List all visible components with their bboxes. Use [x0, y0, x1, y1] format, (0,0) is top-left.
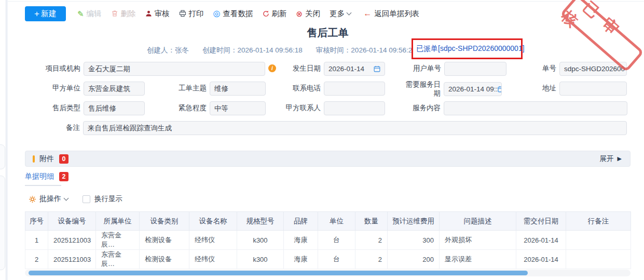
info-icon[interactable]: i — [268, 64, 276, 72]
col-line-remark: 行备注 — [566, 212, 631, 231]
remark-field: 备注 来自售后巡检跟踪查询生成 — [61, 121, 627, 135]
wrap-display-checkbox[interactable] — [83, 195, 90, 203]
occur-date-input[interactable]: 2026-01-14 — [324, 62, 385, 76]
cell-unit: 台 — [318, 250, 355, 269]
urgency-input[interactable]: 中等 — [210, 101, 266, 115]
section-marker-icon — [33, 155, 35, 163]
detail-count-badge: 2 — [59, 172, 68, 181]
left-edge-divider — [6, 0, 8, 280]
cell-owner-unit: 东营金辰… — [96, 250, 140, 269]
occur-date-label: 发生日期 — [286, 64, 321, 73]
after-sale-type-field: 售后类型 售后维修 — [47, 101, 145, 115]
phone-input[interactable] — [324, 82, 385, 96]
col-owner-unit: 所属单位 — [96, 212, 140, 231]
new-button[interactable]: +新建 — [25, 6, 66, 21]
occur-date-field: 发生日期 2026-01-14 — [286, 62, 385, 76]
print-button[interactable]: 打印 — [179, 9, 204, 19]
service-date-input[interactable]: 2026-01-14 09:: — [444, 82, 502, 96]
party-a-unit-field: 甲方单位 东营金辰建筑 — [47, 82, 145, 96]
refresh-button[interactable]: 刷新 — [263, 9, 287, 19]
cell-brand: 海康 — [284, 231, 318, 250]
table-row[interactable]: 2 2025121003 东营金辰… 检测设备 经纬仪 k300 海康 台 2 … — [25, 250, 631, 269]
tab-detail-lines[interactable]: 单据明细 2 — [25, 172, 68, 181]
expand-button[interactable]: 展开 ▶ — [600, 154, 622, 164]
subject-field: 工单主题 维修 — [173, 82, 266, 96]
edit-button[interactable]: ✎编辑 — [77, 9, 102, 19]
dispatch-status-link[interactable]: 已派单[sdpc-SHPD20260000001] — [416, 44, 525, 54]
party-a-unit-input[interactable]: 东营金辰建筑 — [84, 82, 145, 96]
calendar-icon[interactable] — [374, 65, 380, 72]
cell-line-remark — [566, 231, 631, 250]
subject-input[interactable]: 维修 — [210, 82, 266, 96]
order-no-label: 单号 — [536, 64, 556, 73]
horizontal-scrollbar-thumb[interactable] — [29, 271, 528, 275]
cell-device-name: 经纬仪 — [189, 231, 237, 250]
table-row[interactable]: 1 2025121003 东营金辰… 检测设备 经纬仪 k300 海康 台 2 … — [25, 231, 631, 250]
col-device-no: 设备编号 — [48, 212, 96, 231]
col-device-name: 设备名称 — [189, 212, 237, 231]
attachments-section-bar[interactable]: 附件 0 展开 ▶ — [25, 151, 631, 167]
after-sale-type-label: 售后类型 — [47, 104, 80, 113]
party-a-contact-input[interactable] — [324, 101, 385, 115]
wrap-display-label: 换行显示 — [94, 194, 122, 204]
attachments-label: 附件 — [39, 154, 54, 164]
remark-label: 备注 — [61, 124, 80, 132]
calendar-icon[interactable] — [498, 86, 502, 92]
table-controls: 批操作 换行显示 — [29, 194, 122, 204]
chevron-down-icon — [347, 10, 352, 16]
horizontal-scrollbar-track[interactable] — [25, 270, 631, 276]
user-order-no-input[interactable] — [444, 62, 506, 76]
printer-icon — [179, 10, 186, 17]
service-content-field: 服务内容 — [404, 101, 627, 115]
col-device-category: 设备类别 — [140, 212, 189, 231]
project-input[interactable]: 金石大厦二期 — [84, 62, 265, 76]
project-label: 项目或机构 — [31, 64, 80, 73]
cell-delivery-date: 2026-01-14 — [516, 250, 566, 269]
after-sale-work-order-page: +新建 ✎编辑 删除 审核 打印 ◎查看数据 刷新 ⊗关闭 更多 ←返回单据列表… — [0, 0, 644, 280]
project-field: 项目或机构 金石大厦二期 — [31, 62, 265, 76]
cell-spec-model: k300 — [237, 231, 284, 250]
audit-button[interactable]: 审核 — [145, 9, 170, 19]
detail-tab-label: 单据明细 — [25, 172, 54, 181]
more-button[interactable]: 更多 — [330, 9, 351, 19]
col-brand: 品牌 — [284, 212, 318, 231]
cell-brand: 海康 — [284, 250, 318, 269]
audit-time-text: 审核时间：2026-01-14 09:56:23 — [316, 46, 416, 55]
dispatch-status-highlight-box: 已派单[sdpc-SHPD20260000001] — [412, 38, 523, 59]
cell-owner-unit: 东营金辰… — [96, 231, 140, 250]
cell-device-category: 检测设备 — [140, 250, 189, 269]
address-input[interactable] — [559, 82, 627, 96]
background-card-edge — [0, 176, 5, 270]
back-to-list-button[interactable]: ←返回单据列表 — [363, 9, 419, 19]
cell-device-category: 检测设备 — [140, 231, 189, 250]
chevron-down-icon — [64, 196, 69, 201]
user-order-no-label: 用户单号 — [408, 64, 441, 73]
top-divider — [8, 1, 644, 2]
service-content-label: 服务内容 — [404, 104, 441, 113]
close-button[interactable]: ⊗关闭 — [296, 9, 321, 19]
refresh-icon — [263, 10, 269, 17]
delete-button[interactable]: 删除 — [111, 9, 136, 19]
close-circle-icon: ⊗ — [296, 10, 303, 18]
document-meta: 创建人：张冬 创建时间：2026-01-14 09:56:18 审核时间：202… — [147, 46, 416, 55]
cell-seq: 1 — [25, 231, 48, 250]
cell-line-remark — [566, 250, 631, 269]
service-content-input[interactable] — [444, 101, 627, 115]
after-sale-type-input[interactable]: 售后维修 — [84, 101, 145, 115]
col-quantity: 数量 — [355, 212, 388, 231]
batch-operations-button[interactable]: 批操作 — [29, 194, 68, 204]
service-date-field: 需要服务日期 2026-01-14 09:: — [404, 81, 502, 98]
party-a-contact-field: 甲方联系人 — [283, 101, 385, 115]
col-est-cost: 预计运维费用 — [388, 212, 440, 231]
background-card-edge — [0, 144, 5, 169]
remark-input[interactable]: 来自售后巡检跟踪查询生成 — [83, 121, 627, 135]
col-unit: 单位 — [318, 212, 355, 231]
auditor-person-icon — [145, 10, 152, 17]
cell-delivery-date: 2026-01-14 — [516, 231, 566, 250]
address-field: 地址 — [536, 82, 627, 96]
cell-problem-desc: 显示误差 — [440, 250, 516, 269]
view-data-button[interactable]: ◎查看数据 — [213, 9, 253, 19]
col-delivery-date: 需交付日期 — [516, 212, 566, 231]
gear-icon — [29, 195, 36, 203]
col-spec-model: 规格型号 — [237, 212, 284, 231]
